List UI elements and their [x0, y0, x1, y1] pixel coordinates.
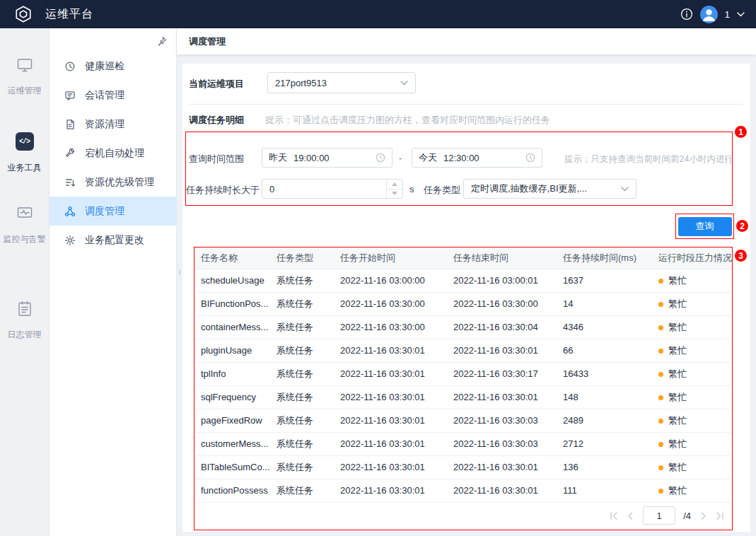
end-time-cell: 2022-11-16 03:30:01	[447, 455, 557, 479]
nav-item-log-management[interactable]: 日志管理	[8, 301, 42, 341]
end-time-cell: 2022-11-16 03:00:01	[447, 269, 557, 292]
table-row[interactable]: tplInfo系统任务2022-11-16 03:30:012022-11-16…	[194, 362, 732, 385]
time-from-day: 昨天	[269, 151, 287, 164]
duration-cell: 111	[557, 479, 652, 502]
end-time-cell: 2022-11-16 03:30:01	[447, 339, 557, 362]
pressure-label: 繁忙	[668, 298, 687, 309]
first-page-icon[interactable]	[609, 511, 618, 520]
subnav-resource-cleanup[interactable]: 资源清理	[50, 110, 176, 139]
app-logo-icon	[14, 5, 33, 23]
prev-page-icon[interactable]	[626, 511, 635, 520]
task-type-label: 任务类型	[424, 184, 460, 197]
pressure-cell: 繁忙	[652, 455, 732, 479]
duration-input[interactable]: 0	[262, 179, 403, 199]
project-select[interactable]: 217port9513	[267, 72, 416, 93]
pressure-cell: 繁忙	[652, 385, 732, 409]
col-task-name: 任务名称	[194, 247, 270, 269]
start-time-cell: 2022-11-16 03:30:01	[334, 409, 447, 432]
file-lines-icon	[64, 119, 76, 130]
duration-cell: 136	[557, 455, 652, 479]
end-time-cell: 2022-11-16 03:30:03	[447, 409, 557, 432]
table-row[interactable]: customerMess...系统任务2022-11-16 03:30:0120…	[194, 432, 732, 455]
pressure-label: 繁忙	[668, 438, 687, 449]
task-name-cell: pluginUsage	[194, 339, 270, 362]
pressure-cell: 繁忙	[652, 292, 732, 315]
gear-icon	[64, 235, 76, 246]
table-row[interactable]: functionPossess系统任务2022-11-16 03:30:0120…	[194, 479, 732, 502]
annotation-marker-3: 3	[735, 250, 747, 262]
table-header-row: 任务名称 任务类型 任务开始时间 任务结束时间 任务持续时间(ms) 运行时段压…	[194, 247, 732, 269]
spinner-down-icon[interactable]	[387, 189, 402, 199]
time-to-input[interactable]: 今天 12:30:00	[412, 148, 542, 168]
pressure-label: 繁忙	[668, 275, 687, 286]
col-task-type: 任务类型	[270, 247, 334, 269]
duration-label: 任务持续时长大于	[186, 184, 260, 197]
task-type-select[interactable]: 定时调度,抽数缓存,BI更新,...	[463, 179, 636, 199]
nav-item-monitor-alerts[interactable]: 监控与告警	[4, 205, 46, 245]
table-row[interactable]: pageFixedRow系统任务2022-11-16 03:30:012022-…	[194, 409, 732, 432]
nav-item-ops-management[interactable]: 运维管理	[8, 57, 42, 97]
subnav-health-inspection[interactable]: 健康巡检	[50, 52, 176, 81]
time-from-input[interactable]: 昨天 19:00:00	[262, 148, 392, 168]
time-to-value: 12:30:00	[443, 153, 519, 163]
time-range-label: 查询时间范围	[189, 153, 244, 165]
busy-status-dot	[658, 489, 663, 494]
nav-item-business-tools[interactable]: </> 业务工具	[8, 132, 42, 174]
clock-icon	[376, 153, 385, 163]
pressure-cell: 繁忙	[652, 362, 732, 385]
chevron-down-icon	[400, 81, 408, 86]
wrench-icon	[64, 148, 76, 159]
spinner-up-icon[interactable]	[387, 180, 402, 189]
task-name-cell: containerMess...	[194, 315, 270, 339]
range-separator: -	[399, 153, 402, 163]
table-row[interactable]: BIFunctionPos...系统任务2022-11-16 03:30:002…	[194, 292, 732, 315]
content-panel: 当前运维项目 217port9513 调度任务明细 提示：可通过点击调度压力图的…	[182, 64, 750, 532]
sidebar-resize-handle[interactable]: ⁝	[178, 270, 181, 274]
log-file-icon	[16, 301, 33, 317]
table-row[interactable]: sqlFrequency系统任务2022-11-16 03:30:012022-…	[194, 385, 732, 409]
info-icon[interactable]	[680, 8, 693, 21]
pressure-cell: 繁忙	[652, 409, 732, 432]
duration-unit: s	[409, 184, 414, 194]
table-row[interactable]: pluginUsage系统任务2022-11-16 03:30:012022-1…	[194, 339, 732, 362]
project-label: 当前运维项目	[189, 78, 244, 91]
start-time-cell: 2022-11-16 03:30:01	[334, 339, 447, 362]
busy-status-dot	[658, 372, 663, 377]
table-row[interactable]: containerMess...系统任务2022-11-16 03:30:002…	[194, 315, 732, 339]
pin-icon[interactable]	[156, 36, 167, 47]
subnav-schedule-management[interactable]: 调度管理	[50, 197, 176, 226]
primary-sidebar: 运维管理 </> 业务工具 监控与告警 日志管理	[0, 28, 50, 536]
subnav-session-management[interactable]: 会话管理	[50, 81, 176, 110]
table-row[interactable]: BITableSumCo...系统任务2022-11-16 03:30:0120…	[194, 455, 732, 479]
last-page-icon[interactable]	[716, 511, 725, 520]
start-time-cell: 2022-11-16 03:30:00	[334, 315, 447, 339]
time-range-hint: 提示；只支持查询当前时间前24小时内进行	[564, 153, 731, 165]
task-name-cell: BITableSumCo...	[194, 455, 270, 479]
annotation-marker-2: 2	[736, 220, 748, 232]
task-name-cell: tplInfo	[194, 362, 270, 385]
task-name-cell: scheduleUsage	[194, 269, 270, 292]
next-page-icon[interactable]	[699, 511, 708, 520]
subnav-downtime-auto-handling[interactable]: 宕机自动处理	[50, 139, 176, 168]
section-hint: 提示：可通过点击调度压力图的方柱，查看对应时间范围内运行的任务	[265, 114, 550, 127]
subnav-label: 业务配置更改	[85, 234, 144, 247]
user-avatar[interactable]	[700, 6, 718, 23]
page-number-input[interactable]	[643, 506, 675, 525]
col-duration: 任务持续时间(ms)	[557, 247, 652, 269]
annotation-marker-1: 1	[735, 126, 747, 138]
subnav-business-config-change[interactable]: 业务配置更改	[50, 226, 176, 255]
subnav-resource-priority[interactable]: 资源优先级管理	[50, 168, 176, 197]
table-row[interactable]: scheduleUsage系统任务2022-11-16 03:00:002022…	[194, 269, 732, 292]
end-time-cell: 2022-11-16 03:30:01	[447, 385, 557, 409]
pressure-label: 繁忙	[668, 345, 687, 356]
nav-item-label: 业务工具	[8, 162, 42, 174]
divider	[189, 104, 743, 105]
search-button[interactable]: 查询	[678, 217, 732, 236]
start-time-cell: 2022-11-16 03:00:00	[334, 269, 447, 292]
pressure-cell: 繁忙	[652, 315, 732, 339]
user-menu-chevron-icon[interactable]	[737, 12, 745, 17]
duration-cell: 2489	[557, 409, 652, 432]
flow-nodes-icon	[64, 206, 76, 217]
busy-status-dot	[658, 465, 663, 470]
subnav-label: 健康巡检	[85, 60, 124, 73]
